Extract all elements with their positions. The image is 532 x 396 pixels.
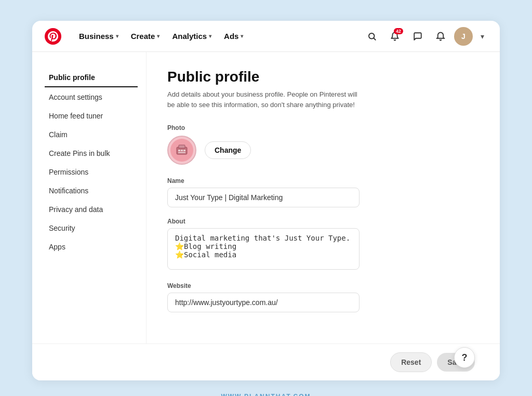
name-input[interactable] [167,188,360,207]
top-nav: Business ▾ Create ▾ Analytics ▾ Ads ▾ [32,21,500,52]
website-input[interactable] [167,293,360,312]
svg-point-0 [45,28,61,45]
avatar[interactable]: J [454,27,473,46]
footer-bar: Reset Save [32,344,500,380]
nav-item-ads[interactable]: Ads ▾ [219,29,248,44]
nav-menu: Business ▾ Create ▾ Analytics ▾ Ads ▾ [74,29,352,44]
sidebar-item-apps[interactable]: Apps [45,238,138,256]
sidebar-item-public-profile[interactable]: Public profile [45,69,138,87]
watermark: WWW.PLANNTHAT.COM [221,393,311,396]
photo-label: Photo [167,124,475,131]
chevron-down-icon: ▾ [157,33,159,39]
sidebar-item-privacy-data[interactable]: Privacy and data [45,201,138,218]
sidebar-item-claim[interactable]: Claim [45,126,138,143]
website-group: Website [167,282,475,312]
page-title: Public profile [167,69,475,85]
account-menu-button[interactable]: ▾ [477,27,487,46]
profile-avatar [167,136,196,165]
nav-item-business[interactable]: Business ▾ [74,29,124,44]
name-group: Name [167,177,475,207]
svg-rect-7 [183,150,185,151]
search-button[interactable] [363,27,381,46]
chevron-down-icon: ▾ [209,33,211,39]
chevron-down-icon: ▾ [116,33,118,39]
sidebar-item-security[interactable]: Security [45,219,138,237]
svg-rect-8 [178,152,185,153]
main-layout: Public profile Account settings Home fee… [32,52,500,344]
notification-badge: 42 [394,28,403,34]
page-subtitle: Add details about your business profile.… [167,89,365,110]
website-label: Website [167,282,475,289]
about-label: About [167,218,475,225]
change-photo-button[interactable]: Change [205,141,251,159]
footer-wrapper: Reset Save ? [32,344,500,380]
about-textarea[interactable]: Digital marketing that's Just Your Type.… [167,228,360,270]
sidebar-item-permissions[interactable]: Permissions [45,163,138,181]
svg-line-2 [374,38,375,39]
photo-section: Photo [167,124,475,165]
photo-row: Change [167,136,475,165]
sidebar: Public profile Account settings Home fee… [32,52,147,344]
alerts-button[interactable] [431,27,450,46]
profile-avatar-inner [170,139,193,162]
chevron-down-icon: ▾ [241,33,243,39]
svg-rect-4 [179,145,185,148]
help-button[interactable]: ? [454,347,475,368]
logo[interactable] [45,28,61,45]
sidebar-item-create-pins-bulk[interactable]: Create Pins in bulk [45,144,138,162]
sidebar-item-home-feed-tuner[interactable]: Home feed tuner [45,107,138,125]
messages-button[interactable] [408,27,427,46]
svg-rect-5 [178,150,180,151]
name-label: Name [167,177,475,184]
nav-right: 42 J ▾ [363,27,487,46]
reset-button[interactable]: Reset [390,352,432,372]
notifications-button[interactable]: 42 [385,27,404,46]
about-group: About Digital marketing that's Just Your… [167,218,475,272]
nav-item-analytics[interactable]: Analytics ▾ [167,29,217,44]
sidebar-item-account-settings[interactable]: Account settings [45,88,138,106]
sidebar-item-notifications[interactable]: Notifications [45,182,138,200]
nav-item-create[interactable]: Create ▾ [126,29,165,44]
content-area: Public profile Add details about your bu… [147,52,500,344]
svg-rect-6 [181,150,183,151]
